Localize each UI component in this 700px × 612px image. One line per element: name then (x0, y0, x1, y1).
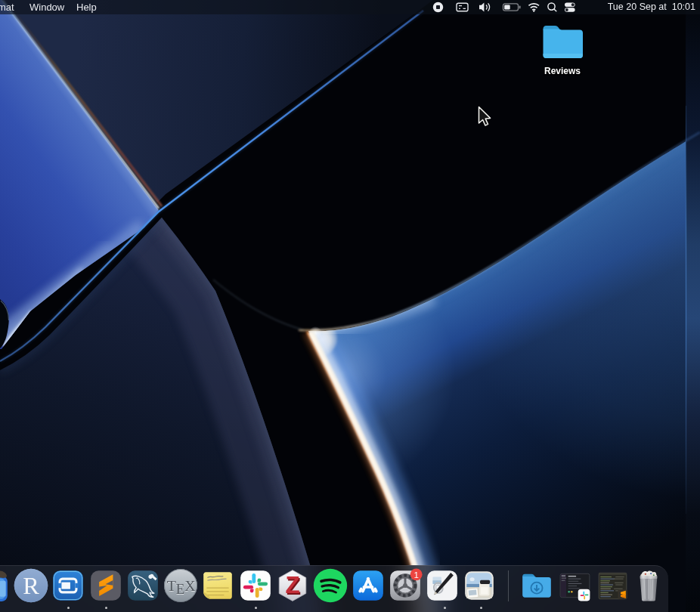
svg-text:X: X (184, 577, 195, 594)
svg-text:1: 1 (413, 570, 418, 580)
svg-text:T: T (167, 577, 176, 594)
svg-text:E: E (176, 582, 184, 598)
svg-text:Z: Z (285, 572, 299, 598)
svg-text:R: R (23, 572, 39, 599)
